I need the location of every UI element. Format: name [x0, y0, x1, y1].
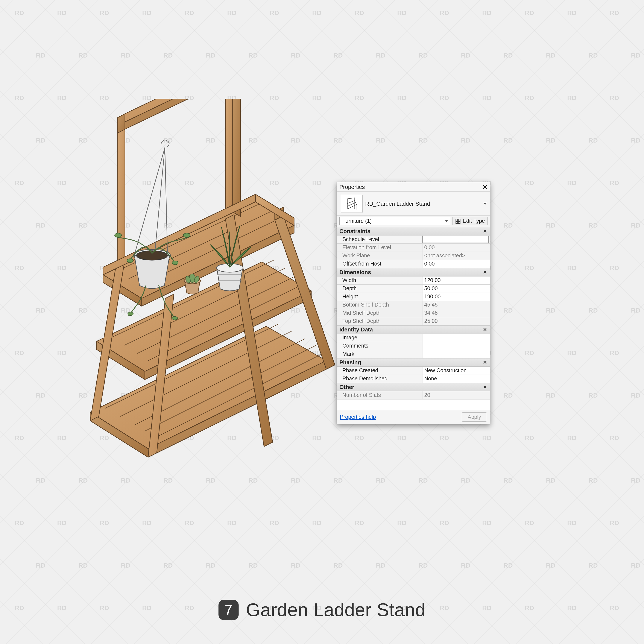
panel-titlebar[interactable]: Properties ✕: [337, 182, 490, 192]
svg-point-43: [128, 312, 133, 316]
prop-row-schedule-level[interactable]: Schedule Level: [337, 235, 490, 244]
properties-help-link[interactable]: Properties help: [340, 414, 376, 420]
collapse-icon: ✕: [483, 384, 487, 390]
svg-marker-30: [125, 99, 240, 129]
prop-row-phase-created[interactable]: Phase Created New Construction: [337, 367, 490, 375]
page-caption: 7 Garden Ladder Stand: [219, 599, 426, 620]
properties-empty-area: [337, 399, 490, 410]
collapse-icon: ✕: [483, 360, 487, 365]
edit-type-icon: [455, 218, 461, 224]
svg-point-39: [115, 233, 122, 237]
apply-button[interactable]: Apply: [462, 412, 487, 422]
svg-point-42: [172, 261, 178, 265]
section-header-other[interactable]: Other✕: [337, 383, 490, 391]
svg-rect-55: [458, 222, 460, 223]
collapse-icon: ✕: [483, 229, 487, 234]
section-header-phasing[interactable]: Phasing✕: [337, 358, 490, 367]
panel-title: Properties: [339, 184, 365, 190]
dropdown-caret-icon: [483, 203, 487, 205]
prop-row-elevation-from-level: Elevation from Level 0.00: [337, 244, 490, 252]
section-header-dimensions[interactable]: Dimensions✕: [337, 268, 490, 276]
prop-row-work-plane: Work Plane <not associated>: [337, 252, 490, 260]
caption-title: Garden Ladder Stand: [246, 599, 426, 620]
prop-row-mark[interactable]: Mark: [337, 350, 490, 358]
chevron-down-icon: [445, 220, 448, 222]
prop-row-number-of-slats: Number of Slats 20: [337, 391, 490, 399]
prop-row-offset-from-host[interactable]: Offset from Host 0.00: [337, 260, 490, 268]
prop-row-depth[interactable]: Depth 50.00: [337, 285, 490, 293]
section-header-identity-data[interactable]: Identity Data✕: [337, 325, 490, 334]
svg-marker-27: [225, 99, 233, 216]
prop-row-mid-shelf-depth: Mid Shelf Depth 34.48: [337, 309, 490, 317]
svg-point-38: [137, 251, 167, 260]
close-icon[interactable]: ✕: [482, 183, 488, 191]
prop-row-comments[interactable]: Comments: [337, 342, 490, 350]
prop-row-phase-demolished[interactable]: Phase Demolished None: [337, 375, 490, 383]
svg-rect-52: [456, 219, 458, 221]
ladder-stand-3d-render: [47, 99, 348, 485]
svg-rect-53: [458, 219, 460, 221]
svg-point-41: [127, 259, 133, 263]
family-type-name: RD_Garden Ladder Stand: [365, 200, 430, 207]
svg-point-40: [183, 233, 190, 237]
family-thumbnail-icon: [341, 195, 363, 213]
collapse-icon: ✕: [483, 270, 487, 275]
schedule-level-input[interactable]: [422, 236, 489, 243]
prop-row-width[interactable]: Width 120.00: [337, 276, 490, 285]
section-header-constraints[interactable]: Constraints✕: [337, 227, 490, 235]
svg-point-44: [172, 316, 178, 320]
caption-number-badge: 7: [219, 600, 239, 620]
collapse-icon: ✕: [483, 327, 487, 333]
prop-row-image[interactable]: Image: [337, 334, 490, 342]
prop-row-top-shelf-depth: Top Shelf Depth 25.00: [337, 317, 490, 325]
svg-marker-26: [118, 114, 125, 265]
edit-type-button[interactable]: Edit Type: [453, 217, 488, 225]
svg-marker-28: [233, 99, 240, 216]
svg-line-34: [135, 148, 165, 253]
instance-selector-label: Furniture (1): [342, 218, 372, 224]
properties-panel: Properties ✕ RD_Garden Ladder Stand Furn…: [337, 182, 490, 424]
prop-row-bottom-shelf-depth: Bottom Shelf Depth 45.45: [337, 301, 490, 309]
svg-rect-54: [456, 222, 458, 223]
edit-type-label: Edit Type: [463, 218, 485, 224]
family-type-selector[interactable]: RD_Garden Ladder Stand: [337, 192, 490, 216]
prop-row-height[interactable]: Height 190.00: [337, 293, 490, 301]
instance-selector[interactable]: Furniture (1): [339, 217, 450, 225]
